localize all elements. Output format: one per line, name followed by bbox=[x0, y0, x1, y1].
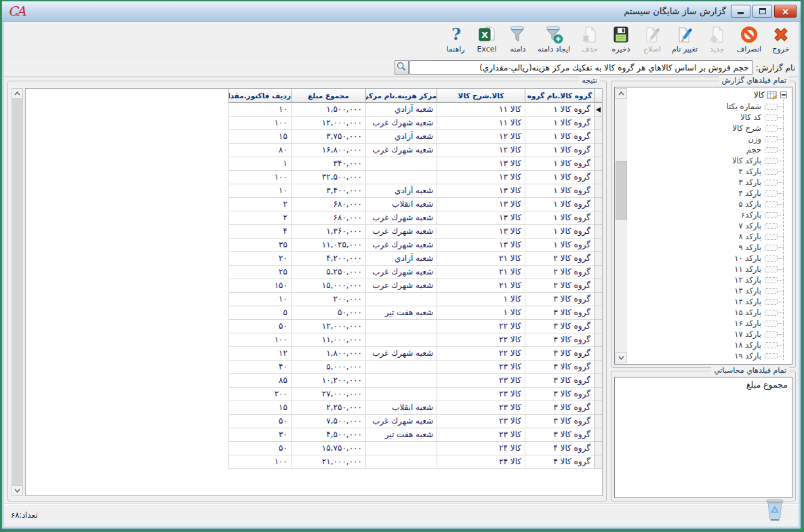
table-row[interactable]: گروه كالا ۱كالا ۱۳شعبه شهرك غرب۱,۳۶۰,۰۰۰… bbox=[228, 225, 602, 239]
tree-item[interactable]: باركد ۱۰ bbox=[627, 253, 792, 264]
table-row[interactable]: گروه كالا ۱كالا ۱۳شعبه شهرك غرب۶۸۰,۰۰۰۲ bbox=[228, 211, 602, 225]
tree-item[interactable]: باركد ۲ bbox=[627, 166, 792, 177]
table-row[interactable]: گروه كالا ۳كالا ۲۲۱۱,۰۰۰,۰۰۰۱۰۰ bbox=[228, 333, 602, 347]
collapse-icon[interactable] bbox=[780, 91, 787, 98]
field-checkbox[interactable] bbox=[765, 158, 778, 164]
table-row[interactable]: گروه كالا ۳كالا ۲۲۱۲,۰۰۰,۰۰۰۵۰ bbox=[228, 320, 602, 333]
field-checkbox[interactable] bbox=[765, 136, 778, 142]
tree-item[interactable]: باركد ۵ bbox=[627, 199, 792, 209]
column-header[interactable]: كالا.شرح كالا bbox=[437, 89, 525, 103]
column-header[interactable]: رديف فاكتور.مقدار۱ bbox=[228, 89, 291, 103]
table-row[interactable]: گروه كالا ۳كالا ۲۳شعبه انقلاب۲,۲۵۰,۰۰۰۱۵ bbox=[228, 401, 602, 415]
table-row[interactable]: گروه كالا ۴كالا ۲۴۲۱,۰۰۰,۰۰۰۱۰۰ bbox=[228, 455, 602, 469]
help-button[interactable]: ? راهنما bbox=[440, 23, 471, 56]
maximize-button[interactable] bbox=[752, 5, 772, 18]
scrollbar-thumb[interactable] bbox=[616, 161, 627, 220]
field-checkbox[interactable] bbox=[765, 115, 778, 121]
field-checkbox[interactable] bbox=[765, 201, 778, 207]
field-checkbox[interactable] bbox=[765, 266, 778, 272]
excel-button[interactable]: X Excel bbox=[471, 23, 502, 56]
field-checkbox[interactable] bbox=[765, 353, 778, 359]
field-checkbox[interactable] bbox=[765, 223, 778, 229]
table-row[interactable]: گروه كالا ۳كالا ۲۳شعبه شهرك غرب۷,۵۰۰,۰۰۰… bbox=[228, 415, 602, 428]
exit-button[interactable]: خروج bbox=[765, 23, 797, 56]
tree-item[interactable]: باركد ۱۴ bbox=[627, 296, 792, 307]
tree-vertical-scrollbar[interactable] bbox=[616, 88, 627, 363]
field-checkbox[interactable] bbox=[765, 321, 778, 327]
table-row[interactable]: گروه كالا ۱كالا ۱۳شعبه انقلاب۶۸۰,۰۰۰۲ bbox=[228, 198, 602, 211]
scroll-up-icon[interactable] bbox=[12, 88, 23, 99]
field-checkbox[interactable] bbox=[765, 255, 778, 262]
tree-item[interactable]: باركد ۷ bbox=[627, 220, 792, 231]
tree-item[interactable]: باركد ۳ bbox=[627, 177, 792, 188]
scroll-up-icon[interactable] bbox=[616, 88, 627, 99]
report-name-input[interactable] bbox=[409, 60, 752, 75]
table-row[interactable]: گروه كالا ۳كالا ۲۳۱۰,۲۰۰,۰۰۰۸۵ bbox=[228, 374, 602, 388]
column-header[interactable]: گروه كالا.نام گروه bbox=[525, 89, 594, 103]
tree-item[interactable]: شماره يكتا bbox=[627, 101, 792, 112]
field-checkbox[interactable] bbox=[765, 169, 778, 175]
table-row[interactable]: گروه كالا ۱كالا ۱۳۳۴۰,۰۰۰۱ bbox=[228, 157, 602, 171]
column-header[interactable]: مجموع مبلغ bbox=[291, 89, 365, 103]
tree-item[interactable]: باركد ۱۶ bbox=[627, 318, 792, 329]
field-checkbox[interactable] bbox=[765, 180, 778, 186]
result-vertical-scrollbar[interactable] bbox=[12, 88, 23, 496]
field-checkbox[interactable] bbox=[765, 277, 778, 283]
field-checkbox[interactable] bbox=[765, 212, 778, 218]
table-row[interactable]: گروه كالا ۱كالا ۱۲شعبه آزادي۳,۷۵۰,۰۰۰۱۵ bbox=[228, 130, 602, 144]
tree-item[interactable]: باركد ۱۱ bbox=[627, 264, 792, 274]
table-row[interactable]: گروه كالا ۱كالا ۱۳شعبه آزادي۳,۴۰۰,۰۰۰۱۰ bbox=[228, 184, 602, 198]
range-button[interactable]: دامنه bbox=[502, 23, 534, 56]
table-row[interactable]: گروه كالا ۳كالا ۲۳شعبه هفت تير۴,۵۰۰,۰۰۰۳… bbox=[228, 428, 602, 442]
field-checkbox[interactable] bbox=[765, 245, 778, 251]
field-checkbox[interactable] bbox=[765, 331, 778, 337]
table-row[interactable]: گروه كالا ۳كالا ۲۳۲۷,۰۰۰,۰۰۰۲۰۰ bbox=[228, 388, 602, 401]
field-checkbox[interactable] bbox=[765, 190, 778, 197]
table-row[interactable]: گروه كالا ۲كالا ۲۱شعبه شهرك غرب۱۵,۰۰۰,۰۰… bbox=[228, 279, 602, 293]
scroll-down-icon[interactable] bbox=[12, 485, 23, 496]
create-range-button[interactable]: ايجاد دامنه bbox=[534, 23, 574, 56]
tree-root-item[interactable]: كالا bbox=[627, 89, 792, 101]
table-row[interactable]: گروه كالا ۳كالا ۱شعبه هفت تير۵۰,۰۰۰۵ bbox=[228, 306, 602, 320]
field-checkbox[interactable] bbox=[765, 147, 778, 153]
table-row[interactable]: گروه كالا ۱كالا ۱۲شعبه شهرك غرب۱۶,۸۰۰,۰۰… bbox=[228, 144, 602, 157]
trash-icon[interactable] bbox=[762, 497, 788, 526]
tree-item[interactable]: شرح كالا bbox=[627, 123, 792, 134]
field-checkbox[interactable] bbox=[765, 125, 778, 131]
field-checkbox[interactable] bbox=[765, 299, 778, 305]
search-button[interactable] bbox=[395, 60, 409, 75]
table-row[interactable]: گروه كالا ۴كالا ۲۴۱۵,۷۵۰,۰۰۰۵۰ bbox=[228, 442, 602, 455]
scroll-down-icon[interactable] bbox=[616, 352, 627, 363]
close-button[interactable]: × bbox=[774, 5, 797, 18]
table-row[interactable]: گروه كالا ۳كالا ۱۲۰۰,۰۰۰۱۰ bbox=[228, 293, 602, 306]
list-item[interactable]: مجموع مبلغ bbox=[615, 377, 792, 390]
minimize-button[interactable] bbox=[731, 5, 750, 18]
save-button[interactable]: ذخيره bbox=[605, 23, 637, 56]
tree-item[interactable]: كد كالا bbox=[627, 112, 792, 123]
table-row[interactable]: گروه كالا ۱كالا ۱۳شعبه شهرك غرب۱۱,۰۲۵,۰۰… bbox=[228, 239, 602, 252]
tree-item[interactable]: باركد ۱۳ bbox=[627, 285, 792, 296]
field-checkbox[interactable] bbox=[765, 234, 778, 240]
tree-item[interactable]: باركد كالا bbox=[627, 155, 792, 166]
tree-item[interactable]: وزن bbox=[627, 134, 792, 144]
table-row[interactable]: گروه كالا ۲كالا ۲۱شعبه آزادي۴,۲۰۰,۰۰۰۲۰ bbox=[228, 252, 602, 266]
tree-item[interactable]: باركد ۱۷ bbox=[627, 329, 792, 340]
tree-item[interactable]: باركد ۱۹ bbox=[627, 350, 792, 361]
tree-item[interactable]: باركد ۱۸ bbox=[627, 340, 792, 350]
rename-button[interactable]: تغيير نام bbox=[668, 23, 702, 56]
tree-item[interactable] bbox=[627, 361, 792, 364]
table-row[interactable]: گروه كالا ۳كالا ۲۳۵,۰۰۰,۰۰۰۴۰ bbox=[228, 361, 602, 374]
cancel-button[interactable]: انصراف bbox=[733, 23, 765, 56]
field-checkbox[interactable] bbox=[765, 310, 778, 316]
field-checkbox[interactable] bbox=[765, 288, 778, 294]
field-checkbox[interactable] bbox=[765, 364, 778, 365]
column-header[interactable]: مركز هزينه.نام مركز هزينه bbox=[365, 89, 437, 103]
field-checkbox[interactable] bbox=[765, 342, 778, 348]
tree-item[interactable]: حجم bbox=[627, 144, 792, 155]
tree-item[interactable]: باركد۶ bbox=[627, 209, 792, 220]
tree-item[interactable]: باركد ۹ bbox=[627, 242, 792, 253]
table-row[interactable]: گروه كالا ۲كالا ۲۱شعبه شهرك غرب۵,۲۵۰,۰۰۰… bbox=[228, 266, 602, 279]
table-row[interactable]: گروه كالا ۱كالا ۱۱شعبه آزادي۱,۵۰۰,۰۰۰۱۰ bbox=[228, 103, 602, 117]
tree-item[interactable]: باركد ۱۲ bbox=[627, 274, 792, 285]
tree-item[interactable]: باركد ۴ bbox=[627, 188, 792, 199]
